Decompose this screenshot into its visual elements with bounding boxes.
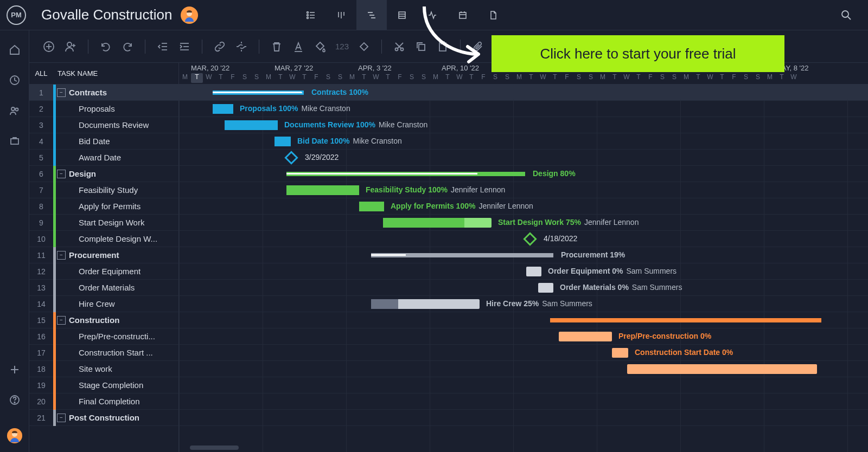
task-bar[interactable] [225,120,278,130]
list-view-icon[interactable] [296,0,326,30]
task-bar[interactable] [213,104,233,114]
gantt-row[interactable]: Procurement 19% [179,247,868,263]
column-all[interactable]: ALL [29,69,53,78]
unlink-icon[interactable] [235,40,248,53]
task-bar[interactable] [559,332,612,341]
text-style-icon[interactable] [292,40,305,53]
gantt-row[interactable]: Order Equipment 0%Sam Summers [179,263,868,280]
task-bar[interactable] [359,202,384,211]
collapse-icon[interactable]: − [57,316,66,325]
gantt-row[interactable]: Construction Start Date 0% [179,345,868,361]
task-row[interactable]: 4Bid Date [29,133,178,150]
gantt-row[interactable]: Documents Review 100%Mike Cranston [179,117,868,133]
task-row[interactable]: 12Order Equipment [29,263,178,280]
portfolio-icon[interactable] [8,134,21,147]
task-row[interactable]: 13Order Materials [29,280,178,296]
home-icon[interactable] [8,43,21,56]
gantt-row[interactable] [179,377,868,393]
task-bar[interactable] [371,299,480,309]
redo-icon[interactable] [121,40,134,53]
recent-icon[interactable] [8,74,21,87]
gantt-row[interactable]: 4/18/2022 [179,231,868,247]
milestone-marker[interactable] [284,151,298,164]
gantt-view-icon[interactable] [356,0,387,30]
milestone-icon[interactable] [358,40,371,53]
files-view-icon[interactable] [478,0,508,30]
gantt-row[interactable]: Bid Date 100%Mike Cranston [179,133,868,150]
project-avatar[interactable] [181,7,198,24]
add-task-icon[interactable] [42,40,55,53]
attach-icon[interactable] [471,40,484,53]
collapse-icon[interactable]: − [57,88,66,97]
task-row[interactable]: 10Complete Design W... [29,231,178,247]
milestone-marker[interactable] [523,232,537,246]
pm-logo[interactable]: PM [7,5,26,25]
calendar-view-icon[interactable] [448,0,478,30]
task-row[interactable]: 5Award Date [29,150,178,166]
collapse-icon[interactable]: − [57,170,66,178]
gantt-row[interactable] [179,393,868,410]
fill-color-icon[interactable] [314,40,327,53]
link-icon[interactable] [213,40,226,53]
summary-bar[interactable] [213,91,304,95]
gantt-row[interactable]: Feasibility Study 100%Jennifer Lennon [179,182,868,198]
gantt-row[interactable]: Proposals 100%Mike Cranston [179,101,868,117]
undo-icon[interactable] [99,40,112,53]
add-icon[interactable] [8,363,21,376]
task-row[interactable]: 14Hire Crew [29,296,178,312]
activity-view-icon[interactable] [417,0,448,30]
column-task-name[interactable]: TASK NAME [53,69,98,78]
help-icon[interactable] [8,393,21,406]
cta-free-trial[interactable]: Click here to start your free trial [492,35,784,72]
gantt-row[interactable]: Design 80% [179,166,868,182]
team-icon[interactable] [8,104,21,117]
gantt-row[interactable]: Order Materials 0%Sam Summers [179,280,868,296]
task-row[interactable]: 17Construction Start ... [29,345,178,361]
paste-icon[interactable] [436,40,449,53]
gantt-row[interactable]: 3/29/2022 [179,150,868,166]
task-row[interactable]: 15−Construction [29,312,178,328]
gantt-row[interactable] [179,361,868,377]
task-row[interactable]: 21−Post Construction [29,410,178,426]
task-row[interactable]: 2Proposals [29,101,178,117]
task-bar[interactable] [526,267,541,276]
outdent-icon[interactable] [156,40,169,53]
gantt-row[interactable]: Prep/Pre-construction 0% [179,328,868,345]
task-bar[interactable] [538,283,553,293]
assign-icon[interactable] [64,40,77,53]
collapse-icon[interactable]: − [57,251,66,260]
board-view-icon[interactable] [326,0,356,30]
gantt-row[interactable] [179,410,868,426]
cut-icon[interactable] [393,40,406,53]
gantt-row[interactable]: Hire Crew 25%Sam Summers [179,296,868,312]
task-row[interactable]: 18Site work [29,361,178,377]
gantt-row[interactable]: Start Design Work 75%Jennifer Lennon [179,215,868,231]
number-format-label[interactable]: 123 [335,42,349,51]
indent-icon[interactable] [178,40,191,53]
search-icon[interactable] [831,0,861,30]
task-row[interactable]: 16Prep/Pre-constructi... [29,328,178,345]
sheet-view-icon[interactable] [387,0,417,30]
task-row[interactable]: 20Final Completion [29,393,178,410]
copy-icon[interactable] [414,40,427,53]
task-row[interactable]: 9Start Design Work [29,215,178,231]
task-bar[interactable] [286,185,359,195]
summary-bar[interactable] [286,172,525,176]
task-row[interactable]: 8Apply for Permits [29,198,178,215]
gantt-row[interactable]: Apply for Permits 100%Jennifer Lennon [179,198,868,215]
user-avatar[interactable] [7,428,22,443]
gantt-row[interactable] [179,312,868,328]
gantt-scrollbar[interactable] [190,445,239,450]
summary-bar[interactable] [371,253,553,257]
task-bar[interactable] [627,364,817,374]
task-row[interactable]: 3Documents Review [29,117,178,133]
summary-bar[interactable] [550,318,821,322]
task-row[interactable]: 7Feasibility Study [29,182,178,198]
task-bar[interactable] [275,137,291,146]
gantt-row[interactable]: Contracts 100% [179,85,868,101]
task-bar[interactable] [612,348,628,358]
task-row[interactable]: 11−Procurement [29,247,178,263]
collapse-icon[interactable]: − [57,414,66,422]
task-row[interactable]: 19Stage Completion [29,377,178,393]
task-row[interactable]: 6−Design [29,166,178,182]
